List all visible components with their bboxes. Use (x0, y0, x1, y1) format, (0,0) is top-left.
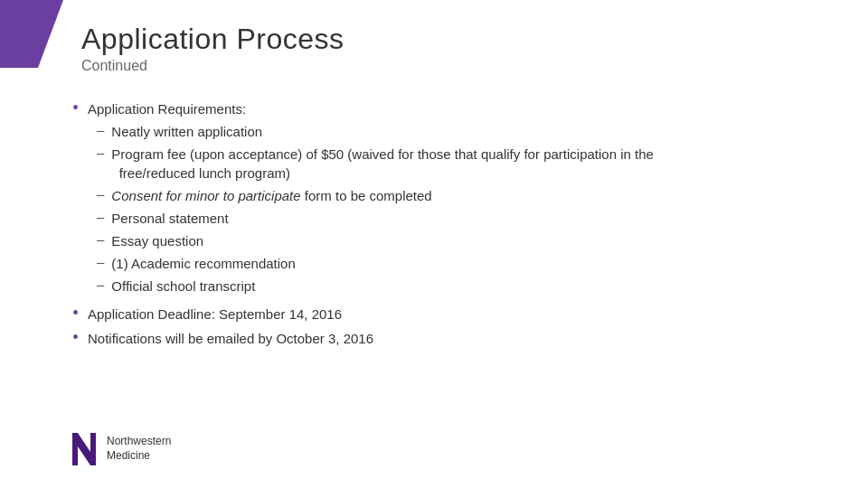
sub-item-text: Essay question (111, 231, 203, 250)
content-area: • Application Requirements: – Neatly wri… (72, 99, 832, 353)
deadline-text: Application Deadline: September 14, 2016 (88, 305, 342, 324)
logo-text: Northwestern Medicine (107, 435, 171, 463)
page-subtitle: Continued (81, 58, 344, 74)
corner-decoration (0, 0, 63, 68)
logo-area: Northwestern Medicine (72, 433, 171, 465)
bullet-icon: • (72, 98, 79, 118)
page-title: Application Process (81, 23, 344, 56)
sub-item-text: (1) Academic recommendation (111, 254, 295, 273)
dash-icon: – (97, 186, 104, 202)
bullet-text: Application Requirements: (88, 101, 246, 117)
notifications-text: Notifications will be emailed by October… (88, 329, 373, 348)
dash-icon: – (97, 254, 104, 269)
sub-item-fee: – Program fee (upon acceptance) of $50 (… (88, 145, 654, 183)
sub-item-transcript: – Official school transcript (88, 277, 654, 296)
sub-item-recommendation: – (1) Academic recommendation (88, 254, 654, 273)
list-item: • Application Requirements: – Neatly wri… (72, 99, 832, 299)
header-section: Application Process Continued (81, 23, 344, 74)
sub-item-essay: – Essay question (88, 231, 654, 250)
list-item-notifications: • Notifications will be emailed by Octob… (72, 329, 832, 348)
sub-list: – Neatly written application – Program f… (88, 122, 654, 296)
list-item-deadline: • Application Deadline: September 14, 20… (72, 305, 832, 324)
sub-item-text: Official school transcript (111, 277, 255, 296)
sub-item-text: Consent for minor to participate form to… (111, 186, 431, 205)
dash-icon: – (97, 231, 104, 247)
bullet-icon: • (72, 327, 79, 348)
bullet-icon: • (72, 303, 79, 324)
sub-item-text: Personal statement (111, 209, 228, 228)
sub-item-neatly: – Neatly written application (88, 122, 654, 141)
svg-rect-2 (90, 433, 96, 465)
dash-icon: – (97, 145, 104, 160)
dash-icon: – (97, 277, 104, 292)
sub-item-text: Program fee (upon acceptance) of $50 (wa… (111, 145, 654, 183)
dash-icon: – (97, 209, 104, 224)
dash-icon: – (97, 122, 104, 137)
sub-item-text: Neatly written application (111, 122, 262, 141)
sub-item-consent: – Consent for minor to participate form … (88, 186, 654, 205)
northwestern-logo-icon (72, 433, 101, 465)
slide: Application Process Continued • Applicat… (0, 0, 868, 488)
sub-item-personal: – Personal statement (88, 209, 654, 228)
